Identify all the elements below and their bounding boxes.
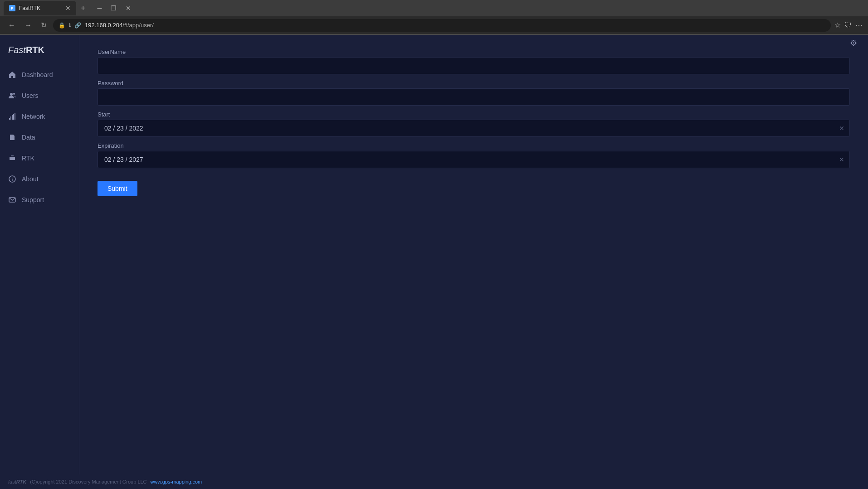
url-display: 192.168.0.204/#/app/user/: [85, 22, 825, 29]
expiration-date-wrapper: ✕: [98, 151, 850, 168]
svg-rect-5: [13, 114, 14, 120]
svg-point-0: [10, 93, 13, 96]
data-icon: [8, 133, 16, 141]
username-input[interactable]: [98, 57, 850, 74]
link-icon: 🔗: [74, 22, 81, 29]
logo-fast: Fast: [8, 45, 26, 55]
network-icon: [8, 112, 16, 121]
svg-point-10: [11, 158, 13, 160]
expiration-date-clear-icon[interactable]: ✕: [839, 156, 844, 163]
browser-chrome: F FastRTK ✕ + ─ ❐ ✕ ← → ↻ 🔒 ℹ 🔗 192.168.…: [0, 0, 868, 35]
sidebar: FastRTK Dashboard: [0, 35, 79, 489]
support-icon: [8, 196, 16, 204]
footer-brand: fastRTK: [8, 479, 26, 484]
start-date-clear-icon[interactable]: ✕: [839, 125, 844, 132]
start-label: Start: [98, 111, 850, 118]
security-icon: 🔒: [59, 22, 65, 29]
expiration-date-input[interactable]: [98, 151, 850, 168]
sidebar-label-dashboard: Dashboard: [22, 71, 53, 78]
sidebar-item-about[interactable]: i About: [0, 169, 79, 189]
tab-favicon: F: [9, 5, 15, 11]
svg-rect-2: [9, 118, 10, 120]
password-label: Password: [98, 80, 850, 87]
forward-button[interactable]: →: [22, 19, 34, 31]
browser-nav-icons: ☆ 🛡 ⋯: [834, 21, 863, 29]
expiration-group: Expiration ✕: [98, 142, 850, 168]
settings-gear-icon[interactable]: ⚙: [846, 35, 861, 52]
sidebar-item-rtk[interactable]: RTK: [0, 148, 79, 169]
svg-rect-3: [10, 116, 11, 120]
back-button[interactable]: ←: [5, 19, 18, 31]
info-icon: ℹ: [69, 22, 71, 28]
sidebar-item-dashboard[interactable]: Dashboard: [0, 64, 79, 85]
window-controls: ─ ❐ ✕: [94, 4, 135, 13]
sidebar-item-data[interactable]: Data: [0, 127, 79, 148]
app-logo: FastRTK: [0, 35, 79, 64]
logo-rtk: RTK: [26, 45, 44, 55]
close-button[interactable]: ✕: [122, 4, 135, 13]
home-icon: [8, 71, 16, 79]
users-icon: [8, 92, 16, 100]
footer-website-link[interactable]: www.gps-mapping.com: [151, 479, 202, 484]
about-icon: i: [8, 175, 16, 183]
footer-brand-fast: fast: [8, 479, 16, 484]
start-group: Start ✕: [98, 111, 850, 137]
sidebar-label-about: About: [22, 175, 39, 183]
sidebar-label-support: Support: [22, 196, 44, 203]
nav-bar: ← → ↻ 🔒 ℹ 🔗 192.168.0.204/#/app/user/ ☆ …: [0, 16, 868, 34]
tab-close-button[interactable]: ✕: [65, 5, 71, 12]
bookmark-icon[interactable]: ☆: [834, 21, 841, 29]
username-label: UserName: [98, 48, 850, 55]
reload-button[interactable]: ↻: [38, 19, 49, 31]
sidebar-label-users: Users: [22, 92, 39, 99]
svg-rect-6: [15, 113, 15, 120]
sidebar-label-network: Network: [22, 113, 45, 120]
sidebar-item-network[interactable]: Network: [0, 106, 79, 127]
tab-bar: F FastRTK ✕ + ─ ❐ ✕: [0, 0, 868, 16]
extensions-icon[interactable]: ⋯: [855, 21, 863, 29]
submit-button[interactable]: Submit: [98, 181, 137, 196]
password-group: Password: [98, 80, 850, 106]
sidebar-label-rtk: RTK: [22, 155, 34, 162]
restore-button[interactable]: ❐: [107, 4, 120, 13]
minimize-button[interactable]: ─: [94, 4, 106, 13]
sidebar-nav: Dashboard Users: [0, 64, 79, 489]
browser-tab[interactable]: F FastRTK ✕: [4, 1, 76, 15]
footer-brand-rtk: RTK: [16, 479, 26, 484]
footer-copyright: (C)opyright 2021 Discovery Management Gr…: [30, 479, 146, 484]
expiration-label: Expiration: [98, 142, 850, 149]
shield-icon[interactable]: 🛡: [844, 21, 852, 29]
start-date-wrapper: ✕: [98, 120, 850, 137]
address-bar[interactable]: 🔒 ℹ 🔗 192.168.0.204/#/app/user/: [53, 19, 831, 32]
svg-text:i: i: [12, 177, 13, 182]
tab-title: FastRTK: [19, 5, 40, 11]
url-path: /#/app/user/: [122, 22, 154, 29]
sidebar-label-data: Data: [22, 134, 35, 141]
new-tab-button[interactable]: +: [78, 4, 88, 12]
password-input[interactable]: [98, 88, 850, 106]
username-group: UserName: [98, 48, 850, 74]
app-footer: fastRTK (C)opyright 2021 Discovery Manag…: [0, 474, 868, 489]
start-date-input[interactable]: [98, 120, 850, 137]
app-container: FastRTK Dashboard: [0, 35, 868, 489]
svg-rect-4: [12, 115, 13, 120]
url-host: 192.168.0.204: [85, 22, 122, 29]
sidebar-item-support[interactable]: Support: [0, 189, 79, 210]
rtk-icon: [8, 154, 16, 162]
main-content: ⚙ UserName Password Start ✕ Expiration ✕…: [79, 35, 868, 489]
svg-point-1: [13, 93, 15, 95]
sidebar-item-users[interactable]: Users: [0, 85, 79, 106]
